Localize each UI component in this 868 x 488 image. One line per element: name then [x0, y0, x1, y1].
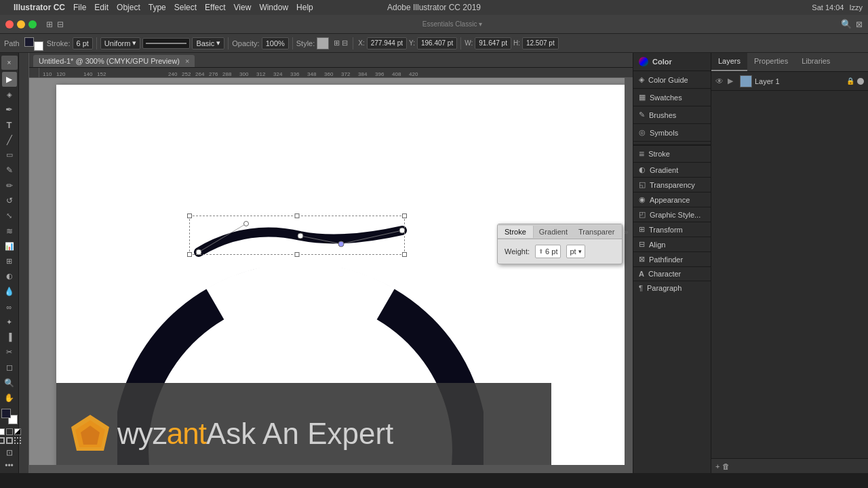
pencil-tool[interactable]: ✏ [2, 178, 17, 192]
close-button[interactable] [5, 20, 14, 28]
layer-lock-icon[interactable]: 🔒 [846, 77, 854, 85]
weight-unit-dropdown[interactable]: pt▾ [566, 245, 585, 258]
graph-tool[interactable]: 📊 [2, 239, 17, 253]
uniform-dropdown[interactable]: Uniform▾ [100, 37, 141, 49]
menu-file[interactable]: File [73, 3, 86, 12]
handle-bl[interactable] [187, 252, 192, 257]
direct-selection-tool[interactable]: ◈ [2, 87, 17, 102]
handle-tl[interactable] [187, 214, 192, 218]
w-value[interactable]: 91.647 pt [475, 37, 511, 49]
draw-normal[interactable] [0, 437, 5, 444]
line-tool[interactable]: ╱ [2, 133, 17, 147]
align-row[interactable]: ⊟ Align [633, 237, 711, 252]
symbols-row[interactable]: ◎ Symbols [633, 124, 711, 142]
handle-tr[interactable] [402, 214, 407, 218]
menu-help[interactable]: Help [296, 3, 313, 12]
close-doc-icon[interactable]: × [1, 56, 18, 70]
canvas-scrollbar-v[interactable] [625, 78, 633, 473]
layer-visibility-eye[interactable]: 👁 [715, 77, 725, 86]
canvas-scrollbar-h[interactable] [29, 465, 625, 473]
layer-expand-arrow[interactable]: ▶ [728, 77, 737, 85]
y-value[interactable]: 196.407 pt [417, 37, 457, 49]
column-graph-tool[interactable]: ▐ [2, 330, 17, 344]
style-swatch[interactable] [317, 37, 329, 49]
mesh-tool[interactable]: ⊞ [2, 254, 17, 268]
zoom-tool[interactable]: 🔍 [2, 375, 17, 390]
menu-select[interactable]: Select [174, 3, 197, 12]
rect-tool[interactable]: ▭ [2, 148, 17, 162]
menu-type[interactable]: Type [149, 3, 166, 12]
menu-object[interactable]: Object [117, 3, 140, 12]
slice-tool[interactable]: ✂ [2, 345, 17, 359]
normal-mode[interactable] [0, 428, 5, 435]
paintbrush-tool[interactable]: ✎ [2, 163, 17, 178]
menu-window[interactable]: Window [259, 3, 288, 12]
gradient-mode[interactable] [14, 428, 21, 435]
tab-gradient[interactable]: Gradient [534, 226, 573, 238]
gradient-panel-row[interactable]: ◐ Gradient [633, 163, 711, 178]
weight-stepper[interactable]: ⬆ 6 pt [535, 245, 561, 258]
stroke-panel-row[interactable]: ≡ Stroke [633, 146, 711, 163]
fill-stroke-color[interactable] [1, 409, 18, 424]
artboard-tool[interactable]: ⊡ [6, 448, 13, 458]
scale-tool[interactable]: ⤡ [2, 209, 17, 223]
fill-stroke-swatches[interactable] [24, 36, 43, 51]
rotate-tool[interactable]: ↺ [2, 193, 17, 207]
arrange-icon[interactable]: ⊞ [46, 20, 53, 29]
handle-bc[interactable] [295, 252, 300, 257]
pathfinder-row[interactable]: ⊠ Pathfinder [633, 252, 711, 267]
menu-illustrator[interactable]: Illustrator CC [14, 3, 65, 12]
draw-behind[interactable] [14, 437, 21, 444]
gradient-tool[interactable]: ◐ [2, 269, 17, 283]
handle-tc[interactable] [295, 214, 300, 218]
x-value[interactable]: 277.944 pt [367, 37, 407, 49]
menu-edit[interactable]: Edit [94, 3, 108, 12]
new-layer-btn[interactable]: + [715, 462, 719, 470]
eraser-tool[interactable]: ◻ [2, 361, 17, 375]
warp-tool[interactable]: ≋ [2, 224, 17, 238]
handle-br[interactable] [402, 252, 407, 257]
symbol-tool[interactable]: ✦ [2, 314, 17, 329]
opacity-value[interactable]: 100% [262, 37, 289, 49]
libraries-tab[interactable]: Libraries [795, 53, 837, 71]
transform-row[interactable]: ⊞ Transform [633, 222, 711, 237]
layers-tab[interactable]: Layers [711, 53, 747, 71]
maximize-button[interactable] [28, 20, 37, 28]
color-guide-row[interactable]: ◈ Color Guide [633, 71, 711, 89]
transparency-row[interactable]: ◱ Transparency [633, 178, 711, 192]
selection-tool[interactable]: ▶ [2, 72, 17, 86]
properties-tab[interactable]: Properties [747, 53, 795, 71]
search-icon[interactable]: 🔍 [841, 19, 852, 29]
essentials-classic[interactable]: Essentials Classic ▾ [68, 20, 837, 28]
tab-stroke[interactable]: Stroke [498, 226, 534, 238]
brushes-row[interactable]: ✎ Brushes [633, 106, 711, 124]
graphic-styles-row[interactable]: ◰ Graphic Style... [633, 207, 711, 222]
minimize-button[interactable] [17, 20, 25, 28]
type-tool[interactable]: T [2, 118, 17, 132]
eyedropper-tool[interactable]: 💧 [2, 285, 17, 299]
layer-row-1[interactable]: 👁 ▶ Layer 1 🔒 [711, 72, 868, 91]
align-icon[interactable]: ⊞ [334, 39, 340, 47]
fill-color-box[interactable] [1, 409, 11, 418]
draw-inside[interactable] [6, 437, 13, 444]
grid-icon[interactable]: ⊟ [342, 39, 348, 47]
arrange-icon-2[interactable]: ⊠ [856, 20, 863, 29]
panel-more-btn[interactable]: » [620, 228, 632, 236]
menu-effect[interactable]: Effect [205, 3, 225, 12]
delete-layer-btn[interactable]: 🗑 [722, 462, 730, 470]
no-fill-mode[interactable] [6, 428, 13, 435]
pen-tool[interactable]: ✒ [2, 102, 17, 117]
tool-icon-2[interactable]: ⊟ [57, 20, 64, 29]
color-row[interactable]: Color [633, 53, 711, 71]
more-tools[interactable]: ••• [5, 461, 14, 470]
swatches-row[interactable]: ▦ Swatches [633, 89, 711, 106]
stroke-value[interactable]: 6 pt [73, 37, 93, 49]
character-row[interactable]: A Character [633, 267, 711, 281]
hand-tool[interactable]: ✋ [2, 390, 17, 405]
appearance-row[interactable]: ◉ Appearance [633, 192, 711, 207]
h-value[interactable]: 12.507 pt [522, 37, 559, 49]
tab-close-btn[interactable]: × [185, 57, 189, 65]
blend-tool[interactable]: ∞ [2, 300, 17, 314]
menu-view[interactable]: View [234, 3, 252, 12]
tab-transparency[interactable]: Transparer [573, 226, 620, 238]
